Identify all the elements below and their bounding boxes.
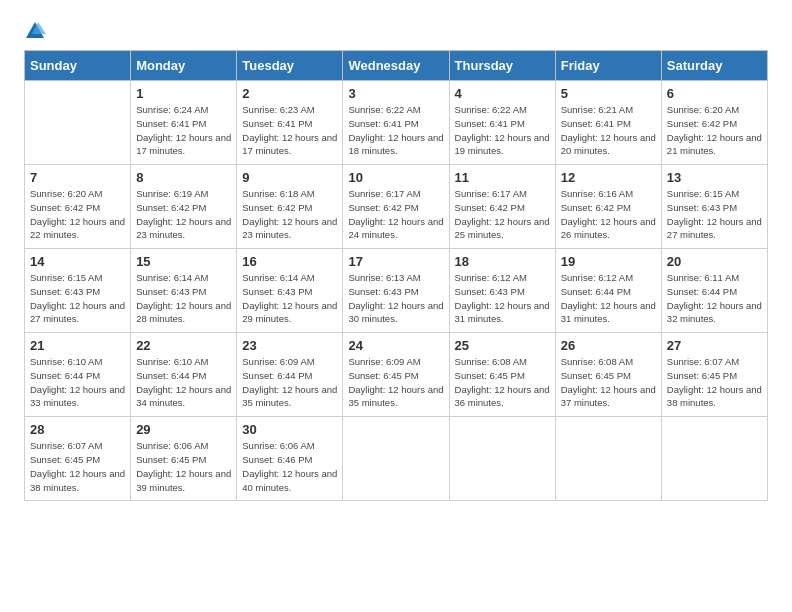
day-number: 20 [667, 254, 762, 269]
day-info: Sunrise: 6:07 AMSunset: 6:45 PMDaylight:… [667, 355, 762, 410]
day-number: 17 [348, 254, 443, 269]
day-number: 18 [455, 254, 550, 269]
day-info: Sunrise: 6:16 AMSunset: 6:42 PMDaylight:… [561, 187, 656, 242]
page-header [24, 20, 768, 42]
day-info: Sunrise: 6:15 AMSunset: 6:43 PMDaylight:… [667, 187, 762, 242]
day-cell: 18Sunrise: 6:12 AMSunset: 6:43 PMDayligh… [449, 249, 555, 333]
day-number: 25 [455, 338, 550, 353]
day-info: Sunrise: 6:08 AMSunset: 6:45 PMDaylight:… [561, 355, 656, 410]
day-cell: 8Sunrise: 6:19 AMSunset: 6:42 PMDaylight… [131, 165, 237, 249]
day-info: Sunrise: 6:21 AMSunset: 6:41 PMDaylight:… [561, 103, 656, 158]
day-info: Sunrise: 6:12 AMSunset: 6:44 PMDaylight:… [561, 271, 656, 326]
week-row-3: 14Sunrise: 6:15 AMSunset: 6:43 PMDayligh… [25, 249, 768, 333]
day-cell: 16Sunrise: 6:14 AMSunset: 6:43 PMDayligh… [237, 249, 343, 333]
day-info: Sunrise: 6:22 AMSunset: 6:41 PMDaylight:… [348, 103, 443, 158]
day-info: Sunrise: 6:13 AMSunset: 6:43 PMDaylight:… [348, 271, 443, 326]
day-number: 23 [242, 338, 337, 353]
day-cell: 25Sunrise: 6:08 AMSunset: 6:45 PMDayligh… [449, 333, 555, 417]
day-cell: 24Sunrise: 6:09 AMSunset: 6:45 PMDayligh… [343, 333, 449, 417]
day-cell: 17Sunrise: 6:13 AMSunset: 6:43 PMDayligh… [343, 249, 449, 333]
day-number: 15 [136, 254, 231, 269]
logo [24, 20, 50, 42]
day-number: 1 [136, 86, 231, 101]
day-cell [449, 417, 555, 501]
day-info: Sunrise: 6:15 AMSunset: 6:43 PMDaylight:… [30, 271, 125, 326]
day-number: 14 [30, 254, 125, 269]
day-cell: 30Sunrise: 6:06 AMSunset: 6:46 PMDayligh… [237, 417, 343, 501]
day-cell [555, 417, 661, 501]
day-cell: 2Sunrise: 6:23 AMSunset: 6:41 PMDaylight… [237, 81, 343, 165]
day-info: Sunrise: 6:06 AMSunset: 6:46 PMDaylight:… [242, 439, 337, 494]
day-cell: 21Sunrise: 6:10 AMSunset: 6:44 PMDayligh… [25, 333, 131, 417]
day-cell: 7Sunrise: 6:20 AMSunset: 6:42 PMDaylight… [25, 165, 131, 249]
day-number: 4 [455, 86, 550, 101]
header-cell-wednesday: Wednesday [343, 51, 449, 81]
day-number: 30 [242, 422, 337, 437]
week-row-1: 1Sunrise: 6:24 AMSunset: 6:41 PMDaylight… [25, 81, 768, 165]
day-info: Sunrise: 6:17 AMSunset: 6:42 PMDaylight:… [455, 187, 550, 242]
header-cell-tuesday: Tuesday [237, 51, 343, 81]
week-row-2: 7Sunrise: 6:20 AMSunset: 6:42 PMDaylight… [25, 165, 768, 249]
calendar-table: SundayMondayTuesdayWednesdayThursdayFrid… [24, 50, 768, 501]
week-row-4: 21Sunrise: 6:10 AMSunset: 6:44 PMDayligh… [25, 333, 768, 417]
day-cell: 5Sunrise: 6:21 AMSunset: 6:41 PMDaylight… [555, 81, 661, 165]
day-cell: 4Sunrise: 6:22 AMSunset: 6:41 PMDaylight… [449, 81, 555, 165]
day-info: Sunrise: 6:23 AMSunset: 6:41 PMDaylight:… [242, 103, 337, 158]
day-info: Sunrise: 6:10 AMSunset: 6:44 PMDaylight:… [30, 355, 125, 410]
day-cell: 3Sunrise: 6:22 AMSunset: 6:41 PMDaylight… [343, 81, 449, 165]
day-cell: 28Sunrise: 6:07 AMSunset: 6:45 PMDayligh… [25, 417, 131, 501]
day-info: Sunrise: 6:20 AMSunset: 6:42 PMDaylight:… [30, 187, 125, 242]
day-number: 27 [667, 338, 762, 353]
day-info: Sunrise: 6:12 AMSunset: 6:43 PMDaylight:… [455, 271, 550, 326]
day-number: 11 [455, 170, 550, 185]
day-cell: 13Sunrise: 6:15 AMSunset: 6:43 PMDayligh… [661, 165, 767, 249]
day-cell: 10Sunrise: 6:17 AMSunset: 6:42 PMDayligh… [343, 165, 449, 249]
header-cell-sunday: Sunday [25, 51, 131, 81]
day-info: Sunrise: 6:18 AMSunset: 6:42 PMDaylight:… [242, 187, 337, 242]
day-info: Sunrise: 6:14 AMSunset: 6:43 PMDaylight:… [242, 271, 337, 326]
day-number: 3 [348, 86, 443, 101]
header-cell-saturday: Saturday [661, 51, 767, 81]
day-cell: 15Sunrise: 6:14 AMSunset: 6:43 PMDayligh… [131, 249, 237, 333]
day-cell: 1Sunrise: 6:24 AMSunset: 6:41 PMDaylight… [131, 81, 237, 165]
day-number: 26 [561, 338, 656, 353]
day-info: Sunrise: 6:19 AMSunset: 6:42 PMDaylight:… [136, 187, 231, 242]
day-number: 19 [561, 254, 656, 269]
day-info: Sunrise: 6:11 AMSunset: 6:44 PMDaylight:… [667, 271, 762, 326]
day-number: 28 [30, 422, 125, 437]
week-row-5: 28Sunrise: 6:07 AMSunset: 6:45 PMDayligh… [25, 417, 768, 501]
day-cell: 20Sunrise: 6:11 AMSunset: 6:44 PMDayligh… [661, 249, 767, 333]
day-info: Sunrise: 6:09 AMSunset: 6:45 PMDaylight:… [348, 355, 443, 410]
day-info: Sunrise: 6:14 AMSunset: 6:43 PMDaylight:… [136, 271, 231, 326]
day-info: Sunrise: 6:22 AMSunset: 6:41 PMDaylight:… [455, 103, 550, 158]
day-number: 2 [242, 86, 337, 101]
day-info: Sunrise: 6:06 AMSunset: 6:45 PMDaylight:… [136, 439, 231, 494]
day-cell: 26Sunrise: 6:08 AMSunset: 6:45 PMDayligh… [555, 333, 661, 417]
header-cell-monday: Monday [131, 51, 237, 81]
day-cell [661, 417, 767, 501]
day-cell: 27Sunrise: 6:07 AMSunset: 6:45 PMDayligh… [661, 333, 767, 417]
day-number: 21 [30, 338, 125, 353]
header-cell-thursday: Thursday [449, 51, 555, 81]
day-info: Sunrise: 6:17 AMSunset: 6:42 PMDaylight:… [348, 187, 443, 242]
day-cell: 9Sunrise: 6:18 AMSunset: 6:42 PMDaylight… [237, 165, 343, 249]
day-cell: 22Sunrise: 6:10 AMSunset: 6:44 PMDayligh… [131, 333, 237, 417]
day-cell: 6Sunrise: 6:20 AMSunset: 6:42 PMDaylight… [661, 81, 767, 165]
day-info: Sunrise: 6:20 AMSunset: 6:42 PMDaylight:… [667, 103, 762, 158]
day-number: 12 [561, 170, 656, 185]
header-cell-friday: Friday [555, 51, 661, 81]
day-number: 13 [667, 170, 762, 185]
day-number: 29 [136, 422, 231, 437]
day-number: 10 [348, 170, 443, 185]
day-cell: 12Sunrise: 6:16 AMSunset: 6:42 PMDayligh… [555, 165, 661, 249]
day-cell: 11Sunrise: 6:17 AMSunset: 6:42 PMDayligh… [449, 165, 555, 249]
day-cell: 19Sunrise: 6:12 AMSunset: 6:44 PMDayligh… [555, 249, 661, 333]
day-number: 5 [561, 86, 656, 101]
day-info: Sunrise: 6:09 AMSunset: 6:44 PMDaylight:… [242, 355, 337, 410]
header-row: SundayMondayTuesdayWednesdayThursdayFrid… [25, 51, 768, 81]
day-number: 9 [242, 170, 337, 185]
day-number: 6 [667, 86, 762, 101]
day-cell [343, 417, 449, 501]
day-info: Sunrise: 6:07 AMSunset: 6:45 PMDaylight:… [30, 439, 125, 494]
day-number: 8 [136, 170, 231, 185]
